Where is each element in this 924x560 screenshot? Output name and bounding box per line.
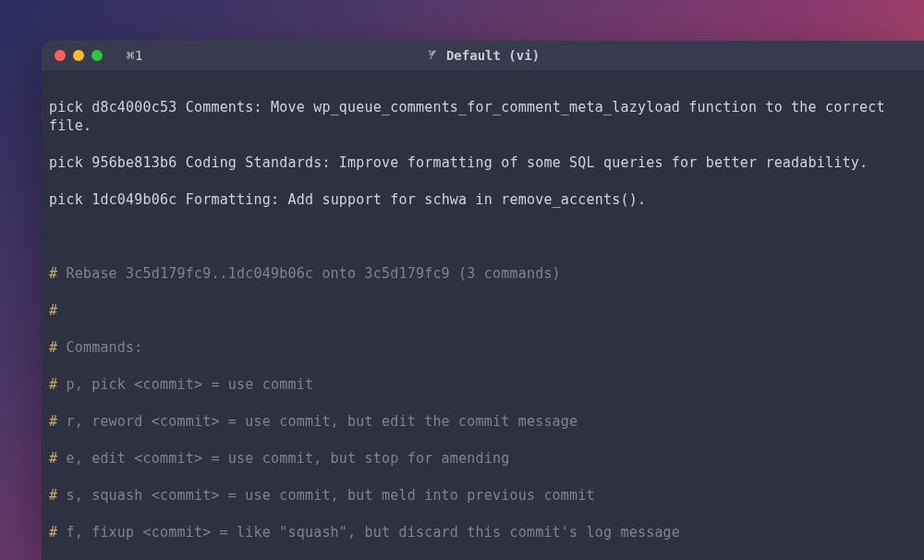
command-help: # f, fixup <commit> = like "squash", but…: [49, 523, 917, 542]
editor-content[interactable]: pick d8c4000c53 Comments: Move wp_queue_…: [42, 70, 924, 560]
pick-line: pick 956be813b6 Coding Standards: Improv…: [49, 153, 917, 172]
traffic-lights: [55, 50, 103, 61]
titlebar: ⌘1 Default (vi): [42, 41, 924, 70]
pick-line: pick d8c4000c53 Comments: Move wp_queue_…: [49, 98, 917, 135]
window-title: Default (vi): [426, 48, 540, 63]
maximize-icon[interactable]: [91, 50, 103, 61]
comment-line: #: [49, 301, 917, 320]
window-title-text: Default (vi): [446, 48, 540, 63]
commands-header: # Commands:: [49, 338, 917, 357]
pick-line: pick 1dc049b06c Formatting: Add support …: [49, 190, 917, 209]
rebase-summary: # Rebase 3c5d179fc9..1dc049b06c onto 3c5…: [49, 264, 917, 283]
command-help: # r, reword <commit> = use commit, but e…: [49, 412, 917, 431]
blank-line: [49, 227, 917, 246]
terminal-window[interactable]: ⌘1 Default (vi) pick d8c4000c53 Comments…: [42, 41, 924, 560]
command-help: # p, pick <commit> = use commit: [49, 375, 917, 394]
command-help: # s, squash <commit> = use commit, but m…: [49, 486, 917, 505]
close-icon[interactable]: [55, 50, 66, 61]
command-help: # e, edit <commit> = use commit, but sto…: [49, 449, 917, 468]
vim-icon: [426, 49, 439, 62]
minimize-icon[interactable]: [73, 50, 84, 61]
tab-shortcut-label: ⌘1: [127, 48, 143, 63]
